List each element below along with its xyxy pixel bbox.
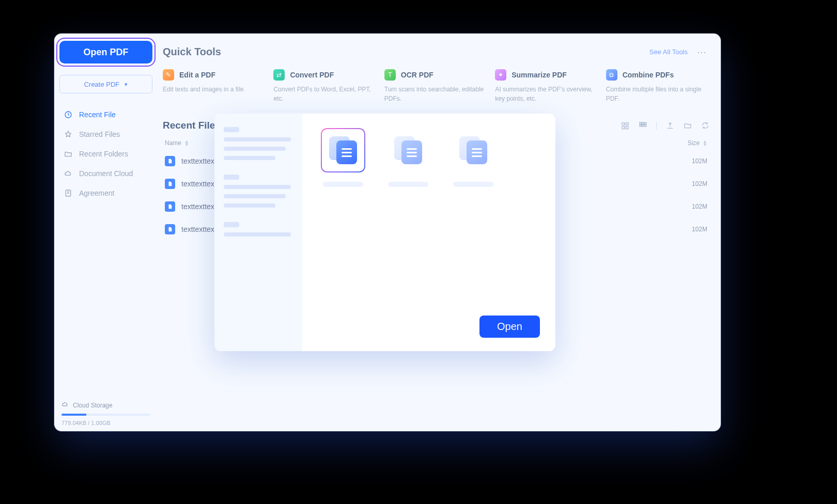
tool-desc: Convert PDFs to Word, Excel, PPT, etc. [273,85,375,103]
more-icon[interactable]: ⋯ [697,46,707,58]
svg-rect-4 [622,127,625,129]
open-pdf-button[interactable]: Open PDF [59,41,152,64]
file-icon [165,201,175,212]
sidebar-item-starred-files[interactable]: Starred Files [59,124,152,144]
tool-desc: Turn scans into searchable, editable PDF… [384,85,486,103]
see-all-tools-link[interactable]: See All Tools [649,48,688,56]
app-window: Open PDF Create PDF ▾ Recent File Starre… [54,34,721,431]
svg-rect-6 [640,122,641,124]
tool-desc: Combine multiple files into a single PDF… [606,85,707,103]
sidebar-item-label: Document Cloud [79,169,133,178]
file-icon [165,156,175,166]
svg-rect-2 [622,123,625,125]
tool-combine-pdfs[interactable]: ⧉ Combine PDFs Combine multiple files in… [606,67,709,105]
svg-rect-10 [642,125,644,127]
tool-edit-pdf[interactable]: ✎ Edit a PDF Edit texts and images in a … [163,67,266,105]
tool-title: Combine PDFs [623,71,674,79]
open-folder-icon[interactable] [684,121,692,130]
tool-ocr-pdf[interactable]: T OCR PDF Turn scans into searchable, ed… [384,67,488,105]
grid-view-icon[interactable] [639,121,647,130]
file-size: 102M [692,158,707,165]
agreement-icon [64,188,73,198]
sidebar-item-document-cloud[interactable]: Document Cloud [59,164,152,183]
cloud-storage-label: Cloud Storage [73,402,113,409]
quick-tools-row: ✎ Edit a PDF Edit texts and images in a … [163,67,709,105]
cloud-icon [64,169,73,178]
summarize-icon: ✦ [495,69,506,81]
edit-icon: ✎ [163,69,174,81]
tool-title: Summarize PDF [512,71,567,79]
storage-usage-text: 779.04KB / 1.00GB [61,420,150,426]
storage-progress-bar [61,414,150,416]
svg-rect-3 [626,123,628,125]
file-size: 102M [692,203,707,210]
sort-icon[interactable]: ▲▼ [184,140,189,147]
thumbnail-label [453,182,493,187]
col-size[interactable]: Size [688,139,700,147]
sidebar: Open PDF Create PDF ▾ Recent File Starre… [54,34,158,431]
create-pdf-label: Create PDF [84,81,120,88]
svg-rect-8 [644,122,646,124]
sidebar-item-recent-folders[interactable]: Recent Folders [59,144,152,164]
star-icon [64,130,73,139]
col-name[interactable]: Name [165,139,181,147]
thumbnail-label [323,182,363,187]
file-thumbnail[interactable] [451,128,495,187]
sidebar-item-label: Recent File [79,111,116,119]
recent-files-toolbar [621,121,709,130]
cloud-storage-widget: Cloud Storage 779.04KB / 1.00GB [59,399,152,426]
sort-icon[interactable]: ▲▼ [703,140,707,147]
sidebar-item-label: Recent Folders [79,150,128,158]
folder-icon [64,149,73,159]
tool-summarize-pdf[interactable]: ✦ Summarize PDF AI summarizes the PDF's … [495,67,598,105]
sidebar-nav: Recent File Starred Files Recent Folders… [59,105,152,399]
sidebar-item-label: Agreement [79,189,114,197]
dialog-sidebar [214,114,302,351]
sidebar-item-label: Starred Files [79,130,120,138]
svg-rect-5 [626,127,628,129]
tool-desc: AI summarizes the PDF's overview, key po… [495,85,596,103]
tool-desc: Edit texts and images in a file. [163,85,264,94]
tool-title: Convert PDF [290,71,334,79]
dialog-open-button[interactable]: Open [479,316,540,338]
sidebar-item-agreement[interactable]: Agreement [59,183,152,203]
clock-icon [64,110,73,119]
recent-files-title: Recent File [163,120,215,131]
tool-title: Edit a PDF [179,71,215,79]
dialog-main: Open [302,114,555,351]
tool-title: OCR PDF [401,71,433,79]
svg-rect-7 [642,122,644,124]
thumbnail [451,128,495,172]
quick-tools-title: Quick Tools [163,46,221,58]
refresh-icon[interactable] [701,121,709,130]
list-view-icon[interactable] [621,121,629,130]
cloud-icon [61,401,69,410]
file-icon [165,179,175,189]
ocr-icon: T [384,69,396,81]
sidebar-item-recent-file[interactable]: Recent File [59,105,152,124]
quick-tools-header: Quick Tools See All Tools ⋯ [163,46,709,58]
file-size: 102M [692,180,707,187]
file-size: 102M [692,226,707,233]
file-picker-dialog: Open [214,114,555,351]
file-thumbnail[interactable] [321,128,365,187]
convert-icon: ⇄ [273,69,285,81]
svg-rect-11 [644,125,646,127]
file-thumbnail[interactable] [386,128,430,187]
thumbnail-label [388,182,428,187]
svg-rect-9 [640,125,641,127]
thumbnail-selected [321,128,365,172]
chevron-down-icon: ▾ [125,81,128,88]
create-pdf-button[interactable]: Create PDF ▾ [59,75,152,93]
tool-convert-pdf[interactable]: ⇄ Convert PDF Convert PDFs to Word, Exce… [273,67,377,105]
combine-icon: ⧉ [606,69,617,81]
file-icon [165,224,175,234]
file-thumbnails [321,128,543,187]
separator [656,121,657,130]
thumbnail [386,128,430,172]
upload-icon[interactable] [666,121,674,130]
